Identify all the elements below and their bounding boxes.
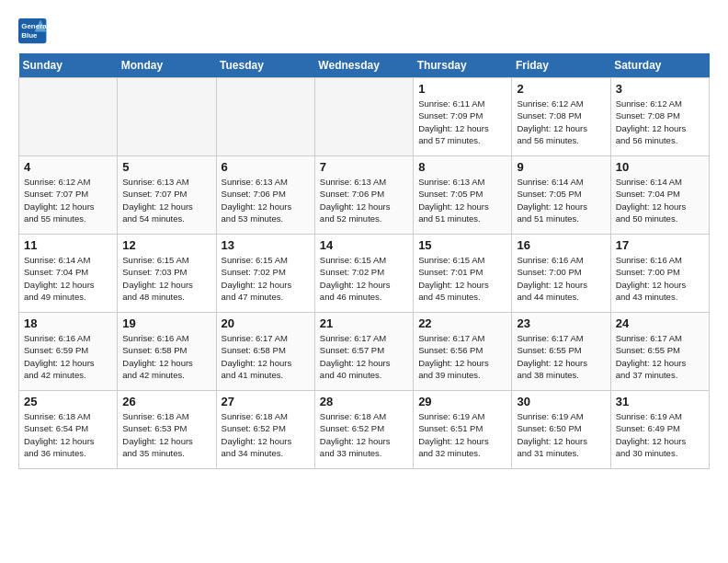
calendar-cell: 17Sunrise: 6:16 AMSunset: 7:00 PMDayligh…: [610, 235, 709, 313]
day-header-thursday: Thursday: [414, 53, 512, 78]
day-number: 25: [24, 395, 112, 408]
calendar-cell: [216, 78, 314, 156]
day-info: Sunrise: 6:19 AMSunset: 6:50 PMDaylight:…: [517, 410, 605, 459]
day-info: Sunrise: 6:15 AMSunset: 7:01 PMDaylight:…: [418, 254, 506, 303]
day-info: Sunrise: 6:12 AMSunset: 7:07 PMDaylight:…: [24, 176, 112, 224]
day-number: 27: [222, 395, 310, 408]
calendar-cell: [118, 78, 216, 156]
calendar-cell: 18Sunrise: 6:16 AMSunset: 6:59 PMDayligh…: [19, 313, 118, 391]
day-info: Sunrise: 6:16 AMSunset: 7:00 PMDaylight:…: [616, 254, 704, 303]
calendar-cell: 15Sunrise: 6:15 AMSunset: 7:01 PMDayligh…: [414, 235, 512, 313]
logo-icon: General Blue: [18, 18, 48, 44]
day-info: Sunrise: 6:18 AMSunset: 6:52 PMDaylight:…: [222, 410, 310, 459]
calendar-cell: 26Sunrise: 6:18 AMSunset: 6:53 PMDayligh…: [118, 391, 216, 469]
calendar-cell: 6Sunrise: 6:13 AMSunset: 7:06 PMDaylight…: [216, 156, 314, 235]
logo: General Blue: [18, 18, 48, 44]
day-number: 16: [517, 238, 605, 252]
day-info: Sunrise: 6:15 AMSunset: 7:02 PMDaylight:…: [222, 254, 310, 303]
day-info: Sunrise: 6:15 AMSunset: 7:02 PMDaylight:…: [320, 254, 408, 303]
svg-text:Blue: Blue: [21, 31, 38, 40]
day-number: 13: [222, 238, 310, 252]
day-info: Sunrise: 6:17 AMSunset: 6:58 PMDaylight:…: [222, 332, 310, 381]
calendar-cell: 4Sunrise: 6:12 AMSunset: 7:07 PMDaylight…: [19, 156, 118, 235]
page-header: General Blue: [18, 18, 710, 44]
day-info: Sunrise: 6:17 AMSunset: 6:57 PMDaylight:…: [320, 332, 408, 381]
day-info: Sunrise: 6:19 AMSunset: 6:51 PMDaylight:…: [418, 410, 506, 459]
svg-text:General: General: [21, 22, 48, 30]
day-info: Sunrise: 6:13 AMSunset: 7:07 PMDaylight:…: [122, 176, 210, 224]
day-number: 3: [616, 82, 704, 96]
day-info: Sunrise: 6:19 AMSunset: 6:49 PMDaylight:…: [616, 410, 704, 459]
calendar-cell: [19, 78, 118, 156]
day-number: 19: [122, 316, 210, 330]
day-number: 2: [517, 82, 605, 96]
day-header-tuesday: Tuesday: [216, 53, 314, 78]
calendar-cell: 22Sunrise: 6:17 AMSunset: 6:56 PMDayligh…: [414, 313, 512, 391]
week-row-3: 11Sunrise: 6:14 AMSunset: 7:04 PMDayligh…: [19, 235, 710, 313]
day-info: Sunrise: 6:15 AMSunset: 7:03 PMDaylight:…: [122, 254, 210, 303]
day-number: 11: [24, 238, 112, 252]
calendar-cell: 30Sunrise: 6:19 AMSunset: 6:50 PMDayligh…: [512, 391, 610, 469]
day-number: 18: [24, 316, 112, 330]
day-number: 8: [418, 160, 506, 174]
calendar-cell: 1Sunrise: 6:11 AMSunset: 7:09 PMDaylight…: [414, 78, 512, 156]
week-row-4: 18Sunrise: 6:16 AMSunset: 6:59 PMDayligh…: [19, 313, 710, 391]
day-info: Sunrise: 6:16 AMSunset: 7:00 PMDaylight:…: [517, 254, 605, 303]
day-info: Sunrise: 6:16 AMSunset: 6:59 PMDaylight:…: [24, 332, 112, 381]
calendar-header-row: SundayMondayTuesdayWednesdayThursdayFrid…: [19, 53, 710, 78]
calendar-cell: 10Sunrise: 6:14 AMSunset: 7:04 PMDayligh…: [610, 156, 709, 235]
day-number: 10: [616, 160, 704, 174]
day-number: 15: [418, 238, 506, 252]
day-number: 28: [320, 395, 408, 408]
day-number: 5: [122, 160, 210, 174]
day-number: 30: [517, 395, 605, 408]
day-number: 21: [320, 316, 408, 330]
day-number: 24: [616, 316, 704, 330]
day-info: Sunrise: 6:12 AMSunset: 7:08 PMDaylight:…: [616, 98, 704, 146]
calendar-cell: 29Sunrise: 6:19 AMSunset: 6:51 PMDayligh…: [414, 391, 512, 469]
week-row-2: 4Sunrise: 6:12 AMSunset: 7:07 PMDaylight…: [19, 156, 710, 235]
day-number: 29: [418, 395, 506, 408]
day-number: 4: [24, 160, 112, 174]
day-info: Sunrise: 6:11 AMSunset: 7:09 PMDaylight:…: [418, 98, 506, 146]
week-row-5: 25Sunrise: 6:18 AMSunset: 6:54 PMDayligh…: [19, 391, 710, 469]
day-number: 12: [122, 238, 210, 252]
calendar-body: 1Sunrise: 6:11 AMSunset: 7:09 PMDaylight…: [19, 78, 710, 469]
calendar-cell: 27Sunrise: 6:18 AMSunset: 6:52 PMDayligh…: [216, 391, 314, 469]
day-number: 1: [418, 82, 506, 96]
calendar-cell: 5Sunrise: 6:13 AMSunset: 7:07 PMDaylight…: [118, 156, 216, 235]
day-info: Sunrise: 6:14 AMSunset: 7:04 PMDaylight:…: [616, 176, 704, 224]
day-info: Sunrise: 6:14 AMSunset: 7:05 PMDaylight:…: [517, 176, 605, 224]
calendar-cell: 13Sunrise: 6:15 AMSunset: 7:02 PMDayligh…: [216, 235, 314, 313]
day-number: 6: [222, 160, 310, 174]
day-info: Sunrise: 6:18 AMSunset: 6:52 PMDaylight:…: [320, 410, 408, 459]
day-info: Sunrise: 6:13 AMSunset: 7:06 PMDaylight:…: [320, 176, 408, 224]
day-number: 22: [418, 316, 506, 330]
calendar-cell: 3Sunrise: 6:12 AMSunset: 7:08 PMDaylight…: [610, 78, 709, 156]
calendar-cell: 2Sunrise: 6:12 AMSunset: 7:08 PMDaylight…: [512, 78, 610, 156]
day-header-saturday: Saturday: [610, 53, 709, 78]
calendar-cell: 14Sunrise: 6:15 AMSunset: 7:02 PMDayligh…: [314, 235, 413, 313]
day-info: Sunrise: 6:17 AMSunset: 6:55 PMDaylight:…: [517, 332, 605, 381]
calendar-cell: 24Sunrise: 6:17 AMSunset: 6:55 PMDayligh…: [610, 313, 709, 391]
day-info: Sunrise: 6:16 AMSunset: 6:58 PMDaylight:…: [122, 332, 210, 381]
day-header-wednesday: Wednesday: [314, 53, 413, 78]
day-info: Sunrise: 6:17 AMSunset: 6:56 PMDaylight:…: [418, 332, 506, 381]
day-number: 7: [320, 160, 408, 174]
day-info: Sunrise: 6:13 AMSunset: 7:05 PMDaylight:…: [418, 176, 506, 224]
calendar-cell: 23Sunrise: 6:17 AMSunset: 6:55 PMDayligh…: [512, 313, 610, 391]
day-number: 31: [616, 395, 704, 408]
calendar-cell: 16Sunrise: 6:16 AMSunset: 7:00 PMDayligh…: [512, 235, 610, 313]
day-number: 23: [517, 316, 605, 330]
calendar-cell: 25Sunrise: 6:18 AMSunset: 6:54 PMDayligh…: [19, 391, 118, 469]
day-info: Sunrise: 6:13 AMSunset: 7:06 PMDaylight:…: [222, 176, 310, 224]
day-info: Sunrise: 6:14 AMSunset: 7:04 PMDaylight:…: [24, 254, 112, 303]
calendar-cell: 7Sunrise: 6:13 AMSunset: 7:06 PMDaylight…: [314, 156, 413, 235]
day-info: Sunrise: 6:18 AMSunset: 6:53 PMDaylight:…: [122, 410, 210, 459]
calendar-cell: [314, 78, 413, 156]
day-header-sunday: Sunday: [19, 53, 118, 78]
day-number: 9: [517, 160, 605, 174]
calendar-cell: 21Sunrise: 6:17 AMSunset: 6:57 PMDayligh…: [314, 313, 413, 391]
calendar-cell: 20Sunrise: 6:17 AMSunset: 6:58 PMDayligh…: [216, 313, 314, 391]
calendar-cell: 9Sunrise: 6:14 AMSunset: 7:05 PMDaylight…: [512, 156, 610, 235]
